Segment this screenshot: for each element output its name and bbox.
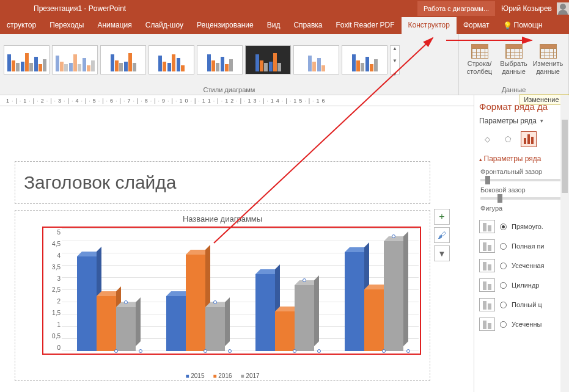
ribbon: Стили диаграмм Строка/ столбец Выбрать д… (0, 34, 569, 95)
lightbulb-icon (503, 21, 512, 30)
radio-icon (500, 223, 507, 230)
radio-icon (500, 302, 507, 308)
format-pane: Изменение д Формат ряда да Параметры ряд… (474, 95, 569, 392)
user-name[interactable]: Юрий Козырев (495, 4, 554, 13)
tell-me[interactable]: Помощн (496, 17, 549, 34)
edit-data-button[interactable]: Изменить данные (532, 44, 564, 74)
shape-option[interactable]: Усеченная (479, 256, 564, 275)
label-side-gap: Боковой зазор (480, 186, 526, 194)
pane-scrollbar[interactable] (560, 95, 569, 392)
chart-legend[interactable]: 2015 2016 2017 (15, 372, 430, 379)
tab-foxit[interactable]: Foxit Reader PDF (329, 17, 401, 34)
shape-thumb-icon (479, 318, 495, 331)
legend-item-2015[interactable]: 2015 (185, 372, 204, 379)
chart-style-6[interactable] (245, 45, 291, 74)
slide-title-placeholder[interactable]: Заголовок слайда (15, 161, 430, 204)
tab-animation[interactable]: Анимация (90, 17, 138, 34)
chart-bar[interactable] (295, 285, 314, 351)
tab-designer-partial[interactable]: структор (0, 17, 43, 34)
pane-tab-fill-icon[interactable] (479, 131, 495, 147)
chart-bar[interactable] (205, 307, 225, 351)
chart-object[interactable]: Название диаграммы 54,543,532,521,510,50… (15, 210, 430, 381)
chart-title[interactable]: Название диаграммы (15, 211, 430, 227)
tab-help[interactable]: Справка (287, 17, 329, 34)
tab-chart-format[interactable]: Формат (457, 17, 496, 34)
pane-tab-effects-icon[interactable] (500, 131, 516, 147)
arrow-down-icon (392, 67, 397, 78)
chart-bar[interactable] (364, 289, 384, 351)
chart-styles-button[interactable]: 🖌 (434, 227, 450, 243)
group-label-data: Данные (459, 85, 568, 95)
slide-canvas: Заголовок слайда Название диаграммы 54,5… (0, 106, 474, 392)
pane-options-dropdown[interactable]: Параметры ряда (474, 114, 569, 128)
chart-style-8[interactable] (342, 45, 387, 74)
shape-label: Полная пи (512, 242, 545, 250)
arrow-up-icon (392, 42, 397, 53)
label-front-gap: Фронтальный зазор (480, 168, 542, 175)
shape-thumb-icon (479, 220, 495, 233)
shape-thumb-icon (479, 278, 495, 292)
shape-label: Прямоуго. (512, 223, 543, 230)
shape-option[interactable]: Полный ц (479, 295, 564, 314)
tab-transitions[interactable]: Переходы (43, 17, 90, 34)
arrow-down-icon (392, 54, 397, 65)
chart-bar[interactable] (77, 256, 97, 351)
section-series-options[interactable]: Параметры ряда (474, 151, 569, 165)
chart-bar[interactable] (186, 255, 205, 351)
grid-icon (540, 44, 557, 59)
shape-thumb-icon (479, 298, 495, 311)
chart-bar[interactable] (275, 311, 295, 351)
shape-thumb-icon (479, 239, 495, 253)
shape-label: Усеченная (512, 262, 545, 269)
label-shape: Фигура (474, 202, 569, 214)
chart-bar[interactable] (384, 241, 403, 351)
ribbon-tabs: структор Переходы Анимация Слайд-шоу Рец… (0, 17, 569, 34)
document-title: Презентация1 - PowerPoint (0, 4, 126, 13)
group-label-styles: Стили диаграмм (0, 85, 458, 95)
user-avatar-icon[interactable] (557, 2, 569, 15)
shape-option[interactable]: Усеченны (479, 314, 564, 334)
shape-option[interactable]: Прямоуго. (479, 217, 564, 236)
chart-style-5[interactable] (197, 45, 243, 74)
radio-icon (500, 243, 507, 250)
chart-bar[interactable] (97, 296, 116, 351)
shape-label: Усеченны (512, 321, 541, 328)
chart-style-3[interactable] (100, 45, 146, 74)
tab-view[interactable]: Вид (260, 17, 287, 34)
slide-title-text: Заголовок слайда (24, 172, 177, 193)
chart-style-4[interactable] (149, 45, 194, 74)
chart-bar[interactable] (345, 252, 364, 351)
radio-icon (500, 282, 507, 289)
chart-style-7[interactable] (293, 45, 339, 74)
y-axis: 54,543,532,521,510,50 (46, 229, 61, 351)
radio-icon (500, 321, 507, 328)
legend-item-2017[interactable]: 2017 (241, 372, 260, 379)
chart-bar[interactable] (166, 296, 186, 351)
pane-tab-series-icon[interactable] (521, 131, 537, 147)
slider-side-gap[interactable] (480, 197, 563, 200)
chart-filters-button[interactable]: ▼ (434, 245, 450, 261)
grid-icon (471, 44, 488, 59)
chart-bar[interactable] (255, 274, 275, 351)
chart-bar[interactable] (116, 307, 136, 351)
select-data-button[interactable]: Выбрать данные (498, 44, 530, 74)
shape-option[interactable]: Полная пи (479, 236, 564, 256)
shape-label: Полный ц (512, 301, 542, 308)
shape-thumb-icon (479, 259, 495, 272)
chart-bars[interactable] (62, 229, 419, 351)
tab-slideshow[interactable]: Слайд-шоу (139, 17, 190, 34)
radio-icon (500, 263, 507, 269)
chart-tools-context-tab[interactable]: Работа с диаграмм... (417, 1, 495, 16)
legend-item-2016[interactable]: 2016 (213, 372, 232, 379)
chart-style-1[interactable] (4, 45, 50, 74)
chart-styles-more-button[interactable] (390, 45, 400, 74)
slider-front-gap[interactable] (480, 179, 563, 181)
tab-review[interactable]: Рецензирование (190, 17, 260, 34)
grid-icon (505, 44, 523, 59)
chart-style-2[interactable] (52, 45, 98, 74)
tab-chart-design[interactable]: Конструктор (402, 17, 457, 34)
shape-option[interactable]: Цилиндр (479, 275, 564, 295)
chart-elements-button[interactable]: + (434, 209, 450, 225)
switch-row-column-button[interactable]: Строка/ столбец (464, 44, 496, 74)
chart-plot-area[interactable]: 54,543,532,521,510,50 (46, 229, 419, 351)
